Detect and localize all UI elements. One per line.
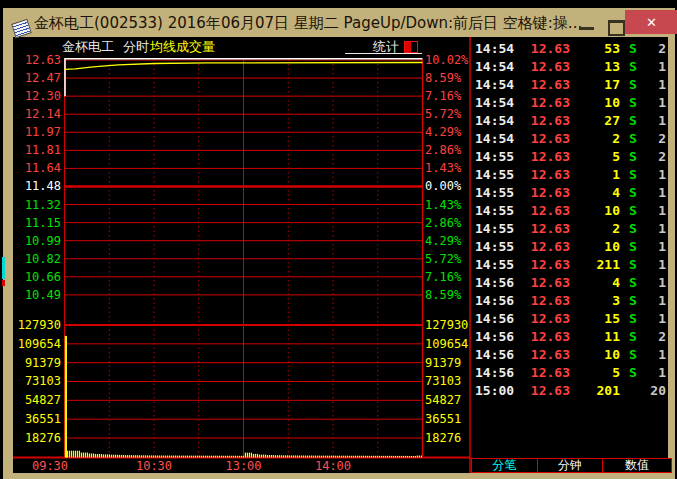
trade-direction-flag: S bbox=[625, 293, 641, 308]
price-tick-label: 10.82 bbox=[14, 252, 61, 266]
volume-tick-label: 127930 bbox=[425, 318, 470, 332]
volume-bar bbox=[271, 455, 272, 457]
volume-bar bbox=[235, 456, 236, 458]
volume-bar bbox=[355, 456, 356, 458]
volume-bar bbox=[85, 453, 86, 458]
trade-time: 14:55 bbox=[475, 167, 515, 182]
volume-bar bbox=[205, 456, 206, 458]
volume-bar bbox=[269, 455, 270, 457]
volume-bar bbox=[395, 456, 396, 458]
percent-tick-label: 2.86% bbox=[425, 143, 470, 157]
volume-bar bbox=[405, 456, 406, 458]
price-tick-label: 12.63 bbox=[14, 53, 61, 67]
trade-volume: 201 bbox=[573, 383, 620, 398]
trade-time: 14:54 bbox=[475, 41, 515, 56]
volume-tick-label: 109654 bbox=[425, 337, 470, 351]
tab-数值[interactable]: 数值 bbox=[602, 458, 672, 473]
volume-bar bbox=[313, 456, 314, 458]
trade-count: 1 bbox=[640, 95, 666, 110]
volume-bar bbox=[93, 453, 94, 457]
trade-direction-flag: S bbox=[625, 41, 641, 56]
trade-price: 12.63 bbox=[518, 59, 570, 74]
volume-bar bbox=[373, 456, 374, 458]
percent-tick-label: 5.72% bbox=[425, 107, 470, 121]
trade-count: 2 bbox=[640, 131, 666, 146]
trade-time: 14:55 bbox=[475, 149, 515, 164]
volume-bar bbox=[377, 456, 378, 458]
volume-bar bbox=[163, 456, 164, 458]
time-tick-label: 14:00 bbox=[309, 460, 357, 473]
trade-price: 12.63 bbox=[518, 77, 570, 92]
trade-direction-flag: S bbox=[625, 95, 641, 110]
percent-tick-label: 1.43% bbox=[425, 198, 470, 212]
volume-bar bbox=[149, 455, 150, 457]
trade-count: 1 bbox=[640, 59, 666, 74]
price-tick-label: 12.47 bbox=[14, 71, 61, 85]
volume-bar bbox=[297, 455, 298, 457]
chart-header-item-1: 金杯电工 bbox=[62, 39, 114, 54]
volume-bar bbox=[123, 455, 124, 458]
trade-direction-flag: S bbox=[625, 347, 641, 362]
trade-count: 1 bbox=[640, 257, 666, 272]
trade-price: 12.63 bbox=[518, 257, 570, 272]
volume-bar bbox=[151, 455, 152, 457]
volume-bar bbox=[255, 454, 256, 458]
percent-tick-label: 0.00% bbox=[425, 179, 470, 193]
percent-tick-label: 2.86% bbox=[425, 216, 470, 230]
trade-direction-flag: S bbox=[625, 203, 641, 218]
volume-bar bbox=[71, 451, 72, 458]
volume-bar bbox=[89, 453, 90, 457]
volume-bar bbox=[207, 456, 208, 458]
volume-bar bbox=[385, 456, 386, 458]
volume-bar bbox=[281, 455, 282, 457]
volume-bar bbox=[261, 455, 262, 458]
volume-bar bbox=[81, 453, 82, 458]
volume-bar bbox=[201, 456, 202, 458]
tab-分钟[interactable]: 分钟 bbox=[537, 458, 604, 473]
tab-分笔[interactable]: 分笔 bbox=[471, 458, 538, 473]
trade-price: 12.63 bbox=[518, 167, 570, 182]
volume-bar bbox=[277, 455, 278, 457]
trade-row: 14:5512.632S1 bbox=[470, 219, 668, 237]
trade-row: 14:5512.634S1 bbox=[470, 183, 668, 201]
volume-bar bbox=[301, 455, 302, 457]
volume-bar bbox=[299, 455, 300, 457]
volume-bar bbox=[259, 455, 260, 458]
trade-price: 12.63 bbox=[518, 329, 570, 344]
trade-volume: 13 bbox=[573, 59, 620, 74]
app-window: 金杯电工(002533) 2016年06月07日 星期二 PageUp/Down… bbox=[0, 0, 677, 479]
volume-bar bbox=[371, 456, 372, 458]
percent-tick-label: 5.72% bbox=[425, 252, 470, 266]
volume-bar bbox=[75, 451, 76, 458]
volume-bar bbox=[419, 456, 420, 458]
trade-price: 12.63 bbox=[518, 203, 570, 218]
volume-bar bbox=[115, 455, 116, 458]
trade-price: 12.63 bbox=[518, 149, 570, 164]
volume-bar bbox=[357, 456, 358, 458]
volume-bar bbox=[67, 451, 68, 458]
trade-count: 1 bbox=[640, 347, 666, 362]
volume-bar bbox=[265, 455, 266, 458]
trade-count: 1 bbox=[640, 311, 666, 326]
volume-bar bbox=[369, 456, 370, 458]
volume-bar bbox=[223, 456, 224, 458]
volume-tick-label: 109654 bbox=[14, 337, 61, 351]
volume-bar bbox=[241, 456, 242, 458]
trade-time: 14:55 bbox=[475, 203, 515, 218]
percent-tick-label: 1.43% bbox=[425, 161, 470, 175]
volume-bar bbox=[233, 456, 234, 458]
trade-direction-flag: S bbox=[625, 275, 641, 290]
volume-bar bbox=[221, 456, 222, 458]
trade-volume: 10 bbox=[573, 239, 620, 254]
trade-volume: 1 bbox=[573, 167, 620, 182]
volume-bar bbox=[147, 455, 148, 457]
trade-row: 14:5612.633S1 bbox=[470, 291, 668, 309]
volume-bar bbox=[191, 456, 192, 458]
volume-bar bbox=[329, 456, 330, 458]
volume-bar bbox=[159, 455, 160, 457]
trade-count: 2 bbox=[640, 149, 666, 164]
trade-count: 1 bbox=[640, 167, 666, 182]
trade-volume: 4 bbox=[573, 275, 620, 290]
volume-bar bbox=[251, 453, 252, 458]
volume-bar bbox=[407, 456, 408, 458]
